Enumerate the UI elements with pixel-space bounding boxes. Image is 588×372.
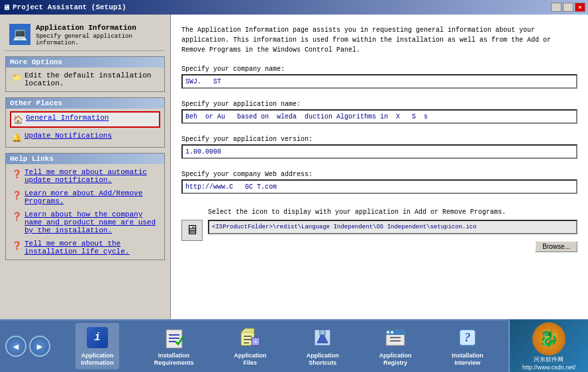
company-name-row: Specify your company name: [181,66,577,93]
app-header-title: Application Information [36,24,161,32]
home-icon: 🏠 [13,115,23,125]
web-address-row: Specify your company Web address: [181,171,577,198]
other-places-section: Other Places 🏠 General Information 🔔 Upd… [5,97,165,148]
app-name-input[interactable] [181,109,577,124]
help-icon-1: ❓ [11,169,22,179]
svg-point-18 [391,331,393,334]
content-description: The Application Information page assists… [181,25,577,55]
app-header-text: Application Information Specify general … [36,24,161,46]
folder-icon: 📁 [11,72,22,83]
svg-text:?: ? [464,331,470,344]
app-icon-small: 🖥 [3,3,10,12]
nav-back-button[interactable]: ◀ [5,336,26,357]
other-places-title: Other Places [6,98,164,109]
edit-location-label: Edit the default installation location. [24,71,159,87]
app-version-label: Specify your application version: [181,136,577,143]
sidebar: 💻 Application Information Specify genera… [0,15,171,319]
help-text-4: Tell me more about the installation life… [24,240,159,256]
sidebar-item-update-notifications[interactable]: 🔔 Update Notifications [10,130,160,144]
taskbar-item-install-interview[interactable]: ? InstallationInterview [446,323,489,369]
restore-button[interactable]: □ [563,3,573,12]
help-icon-3: ❓ [11,211,22,222]
more-options-content: 📁 Edit the default installation location… [6,68,164,91]
taskbar-item-install-req[interactable]: InstallationRequirements [148,323,199,369]
minimize-button[interactable]: _ [551,3,562,12]
app-header: 💻 Application Information Specify genera… [5,20,165,51]
titlebar: 🖥 Project Assistant (Setup1) _ □ × [0,0,588,15]
icon-selector-right: Select the icon to display with your app… [208,209,577,252]
notification-icon: 🔔 [11,132,22,143]
icon-path-input[interactable] [208,220,577,234]
taskbar-items: i ApplicationInformation InstallationReq… [56,323,509,369]
web-address-input[interactable] [181,179,577,194]
app-header-subtitle: Specify general application information. [36,33,161,46]
help-links-title: Help Links [6,154,164,164]
help-icon-2: ❓ [11,190,22,201]
install-interview-icon: ? [456,326,479,349]
content-area: The Application Information page assists… [171,15,588,319]
icon-selector-section: 🖥 Select the icon to display with your a… [181,209,577,252]
brand-logo: 🐉 [532,322,565,355]
app-header-icon: 💻 [9,24,30,45]
help-links-content: ❓ Tell me more about automatic update no… [6,164,164,259]
setup-icon: 🖥 [185,222,199,238]
update-notifications-label: Update Notifications [24,132,112,140]
app-files-icon: + [238,326,262,349]
app-registry-label: ApplicationRegistry [379,352,411,367]
taskbar-item-app-shortcuts[interactable]: ApplicationShortcuts [301,323,344,369]
app-name-label: Specify your application name: [181,101,577,108]
icon-preview-box: 🖥 [181,220,203,241]
taskbar-nav: ◀ ▶ [0,336,56,357]
install-req-label: InstallationRequirements [154,352,193,367]
help-link-4[interactable]: ❓ Tell me more about the installation li… [10,238,160,257]
main-container: 💻 Application Information Specify genera… [0,15,588,319]
company-name-label: Specify your company name: [181,66,577,73]
titlebar-buttons: _ □ × [551,3,585,12]
help-text-3: Learn about how the company name and pro… [24,210,159,234]
install-req-icon [162,326,186,349]
taskbar: ◀ ▶ i ApplicationInformation Installatio… [0,319,588,372]
app-version-input[interactable] [181,144,577,159]
help-text-2: Learn more about Add/Remove Programs. [24,189,159,205]
sidebar-item-general-info[interactable]: 🏠 General Information [10,111,160,128]
app-shortcuts-icon [311,326,334,349]
taskbar-item-app-registry[interactable]: ApplicationRegistry [373,323,416,369]
taskbar-brand: 🐉 河东软件网http://www.csdn.net/ [509,320,588,372]
close-button[interactable]: × [575,3,585,12]
taskbar-item-app-files[interactable]: + ApplicationFiles [228,323,271,369]
help-link-3[interactable]: ❓ Learn about how the company name and p… [10,209,160,236]
app-info-label: ApplicationInformation [81,352,114,367]
app-info-icon: i [85,326,109,349]
install-interview-label: InstallationInterview [452,352,483,367]
web-address-label: Specify your company Web address: [181,171,577,178]
icon-select-description: Select the icon to display with your app… [208,209,577,216]
nav-forward-button[interactable]: ▶ [29,336,50,357]
sidebar-item-edit-location[interactable]: 📁 Edit the default installation location… [10,70,160,89]
app-files-label: ApplicationFiles [234,352,266,367]
app-registry-icon [383,326,407,349]
help-text-1: Tell me more about automatic update noti… [24,168,159,184]
help-icon-4: ❓ [11,240,22,251]
browse-button[interactable]: Browse... [535,241,577,252]
brand-text: 河东软件网http://www.csdn.net/ [522,355,576,371]
general-info-label: General Information [26,114,109,122]
svg-rect-12 [320,330,325,335]
info-letter-icon: i [87,327,108,348]
svg-point-17 [387,331,389,334]
company-name-input[interactable] [181,74,577,89]
titlebar-title: Project Assistant (Setup1) [13,3,126,11]
more-options-section: More Options 📁 Edit the default installa… [5,56,165,92]
app-shortcuts-label: ApplicationShortcuts [307,352,339,367]
help-links-section: Help Links ❓ Tell me more about automati… [5,153,165,260]
help-link-2[interactable]: ❓ Learn more about Add/Remove Programs. [10,188,160,207]
app-version-row: Specify your application version: [181,136,577,163]
more-options-title: More Options [6,57,164,68]
titlebar-left: 🖥 Project Assistant (Setup1) [3,3,126,12]
help-link-1[interactable]: ❓ Tell me more about automatic update no… [10,167,160,185]
other-places-content: 🏠 General Information 🔔 Update Notificat… [6,109,164,147]
taskbar-item-app-info[interactable]: i ApplicationInformation [75,323,119,369]
app-name-row: Specify your application name: [181,101,577,128]
svg-text:+: + [254,339,258,346]
